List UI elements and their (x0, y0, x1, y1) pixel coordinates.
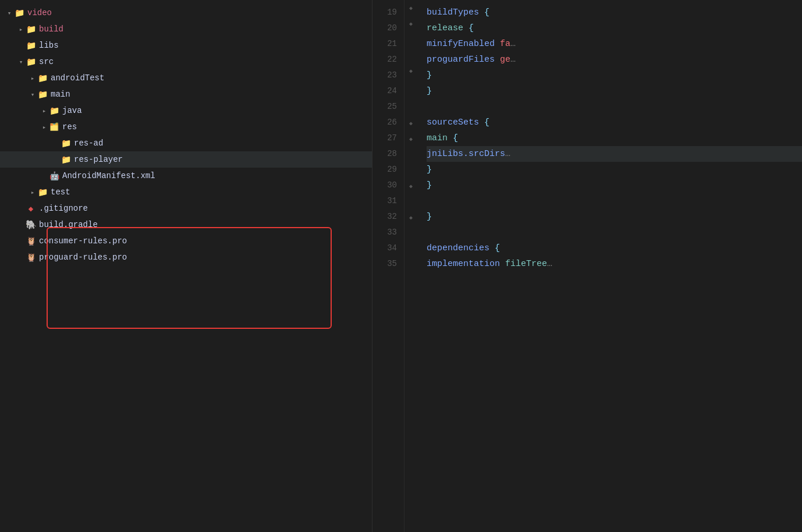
label-test: test (51, 187, 70, 197)
code-editor: 1920212223242526272829303132333435 ◆◆◆◆◆… (372, 0, 802, 532)
line-num-34: 34 (372, 240, 397, 256)
code-line-20: release { (427, 20, 802, 36)
line-num-35: 35 (372, 256, 397, 272)
line-num-25: 25 (372, 99, 397, 115)
code-line-30: } (427, 178, 802, 193)
arrow-video[interactable] (5, 9, 14, 17)
icon-gitignore: ◆ (26, 203, 36, 214)
icon-buildgradle: 🐘 (26, 219, 36, 230)
gutter-dot: ◆ (404, 214, 417, 221)
code-line-27: main { (427, 130, 802, 146)
tree-item-androidmanifest[interactable]: 🤖AndroidManifest.xml (0, 168, 372, 184)
code-line-24: } (427, 83, 802, 99)
label-proguardrules: proguard-rules.pro (39, 253, 127, 262)
label-libs: libs (39, 41, 59, 50)
arrow-src[interactable] (16, 58, 26, 66)
tree-item-res-player[interactable]: 📁res-player (0, 151, 372, 168)
label-src: src (39, 57, 54, 66)
gutter-dot: ◆ (404, 20, 417, 27)
tree-item-gitignore[interactable]: ◆.gitignore (0, 200, 372, 217)
code-lines: buildTypes { release { minifyEnabled fa…… (417, 0, 802, 532)
icon-res-player: 📁 (61, 154, 71, 165)
code-line-21: minifyEnabled fa… (427, 36, 802, 52)
arrow-build[interactable] (16, 26, 26, 33)
icon-res: 🗂️ (49, 122, 59, 132)
tree-item-libs[interactable]: 📁libs (0, 37, 372, 54)
gutter: ◆◆◆◆◆◆◆ (404, 0, 417, 532)
gutter-dot: ◆ (404, 120, 417, 127)
gutter-dot: ◆ (404, 136, 417, 143)
label-buildgradle: build.gradle (39, 220, 98, 229)
file-tree: 📁video📁build📁libs📁src📁androidTest📁main📁j… (0, 0, 372, 532)
label-androidTest: androidTest (51, 73, 104, 83)
line-num-26: 26 (372, 115, 397, 130)
label-androidmanifest: AndroidManifest.xml (62, 171, 155, 180)
tree-item-test[interactable]: 📁test (0, 184, 372, 200)
label-main: main (51, 90, 70, 99)
icon-androidTest: 📁 (37, 73, 48, 83)
tree-item-consumerrules[interactable]: 🦉consumer-rules.pro (0, 233, 372, 249)
gutter-dot: ◆ (404, 5, 417, 12)
code-line-29: } (427, 162, 802, 178)
arrow-androidTest[interactable] (28, 75, 37, 82)
arrow-res[interactable] (40, 123, 49, 131)
code-line-19: buildTypes { (427, 5, 802, 20)
label-video: video (27, 8, 52, 17)
line-num-21: 21 (372, 36, 397, 52)
line-num-29: 29 (372, 162, 397, 178)
line-num-33: 33 (372, 225, 397, 240)
tree-item-src[interactable]: 📁src (0, 54, 372, 70)
line-num-23: 23 (372, 68, 397, 83)
code-line-35: implementation fileTree… (427, 256, 802, 272)
icon-libs: 📁 (26, 40, 36, 51)
code-line-23: } (427, 68, 802, 83)
icon-res-ad: 📁 (61, 138, 71, 148)
label-res-player: res-player (74, 155, 123, 164)
line-numbers: 1920212223242526272829303132333435 (372, 0, 404, 532)
code-line-32: } (427, 209, 802, 225)
code-line-33 (427, 225, 802, 240)
icon-main: 📁 (37, 89, 48, 100)
tree-item-video[interactable]: 📁video (0, 5, 372, 21)
icon-androidmanifest: 🤖 (49, 171, 59, 181)
tree-item-res[interactable]: 🗂️res (0, 119, 372, 135)
icon-test: 📁 (37, 187, 48, 197)
line-num-19: 19 (372, 5, 397, 20)
label-build: build (39, 24, 63, 34)
line-num-31: 31 (372, 193, 397, 209)
code-line-34: dependencies { (427, 240, 802, 256)
line-num-20: 20 (372, 20, 397, 36)
label-res-ad: res-ad (74, 139, 103, 148)
code-line-25 (427, 99, 802, 115)
icon-video: 📁 (14, 8, 24, 18)
label-java: java (62, 106, 82, 115)
label-consumerrules: consumer-rules.pro (39, 236, 127, 246)
tree-item-proguardrules[interactable]: 🦉proguard-rules.pro (0, 249, 372, 265)
icon-proguardrules: 🦉 (26, 252, 36, 263)
tree-item-main[interactable]: 📁main (0, 86, 372, 102)
line-num-22: 22 (372, 52, 397, 68)
arrow-java[interactable] (40, 107, 49, 115)
code-line-22: proguardFiles ge… (427, 52, 802, 68)
gutter-dot: ◆ (404, 68, 417, 75)
tree-item-buildgradle[interactable]: 🐘build.gradle (0, 217, 372, 233)
code-line-26: sourceSets { (427, 115, 802, 130)
line-num-32: 32 (372, 209, 397, 225)
gutter-dot: ◆ (404, 183, 417, 190)
icon-consumerrules: 🦉 (26, 236, 36, 246)
tree-item-androidTest[interactable]: 📁androidTest (0, 70, 372, 86)
arrow-test[interactable] (28, 189, 37, 196)
tree-item-res-ad[interactable]: 📁res-ad (0, 135, 372, 151)
icon-src: 📁 (26, 56, 36, 67)
icon-java: 📁 (49, 105, 59, 116)
code-line-31 (427, 193, 802, 209)
line-num-28: 28 (372, 146, 397, 162)
code-line-28: jniLibs.srcDirs… (427, 146, 802, 162)
arrow-main[interactable] (28, 91, 37, 98)
tree-item-build[interactable]: 📁build (0, 21, 372, 37)
label-gitignore: .gitignore (39, 204, 88, 213)
line-num-30: 30 (372, 178, 397, 193)
icon-build: 📁 (26, 24, 36, 34)
line-num-27: 27 (372, 130, 397, 146)
tree-item-java[interactable]: 📁java (0, 102, 372, 119)
